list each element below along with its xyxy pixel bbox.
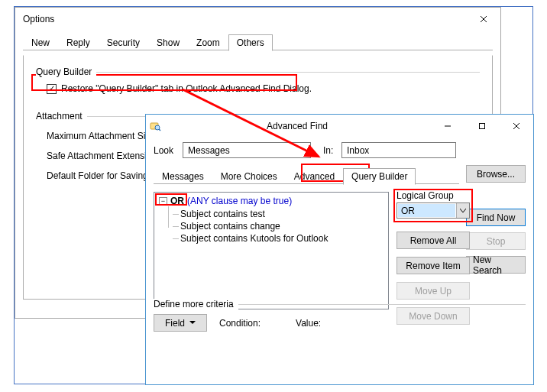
af-close-button[interactable] — [499, 115, 533, 138]
in-label: In: — [323, 145, 337, 156]
define-criteria: Define more criteria Field Condition: Va… — [154, 299, 526, 332]
af-tab-advanced[interactable]: Advanced — [286, 168, 343, 184]
remove-item-button[interactable]: Remove Item — [396, 257, 470, 274]
options-titlebar: Options — [15, 8, 500, 31]
restore-qb-checkbox-row[interactable]: Restore "Query Builder" tab in Outlook A… — [47, 83, 480, 94]
svg-line-2 — [159, 129, 160, 131]
field-button[interactable]: Field — [154, 314, 207, 332]
advanced-find-window: Advanced Find Look Messages In: Inbox — [145, 114, 534, 385]
query-builder-group-label: Query Builder — [36, 66, 96, 77]
af-titlebar: Advanced Find — [146, 115, 533, 138]
look-field[interactable]: Messages — [183, 142, 311, 158]
tree-item[interactable]: Subject contains change — [173, 220, 384, 232]
logical-group-label: Logical Group — [396, 190, 470, 201]
af-tab-messages[interactable]: Messages — [154, 168, 212, 184]
close-icon — [480, 15, 487, 23]
remove-all-button[interactable]: Remove All — [396, 232, 470, 249]
attachment-group-label: Attachment — [36, 111, 87, 121]
tab-zoom[interactable]: Zoom — [188, 34, 228, 50]
logical-group-value: OR — [398, 204, 455, 217]
tab-new[interactable]: New — [23, 34, 58, 50]
restore-qb-label: Restore "Query Builder" tab in Outlook A… — [61, 83, 312, 94]
in-value: Inbox — [347, 145, 369, 156]
af-tab-query-builder[interactable]: Query Builder — [343, 168, 416, 185]
field-button-label: Field — [165, 318, 185, 329]
svg-rect-3 — [479, 124, 484, 129]
look-label: Look — [154, 145, 178, 156]
tree-item[interactable]: Subject contains test — [173, 208, 384, 220]
options-title: Options — [23, 14, 466, 24]
tab-show[interactable]: Show — [148, 34, 188, 50]
af-minimize-button[interactable] — [430, 115, 464, 138]
value-label: Value: — [296, 318, 321, 329]
maximize-icon — [478, 122, 486, 130]
look-in-row: Look Messages In: Inbox — [154, 142, 526, 158]
minimize-icon — [444, 122, 452, 130]
query-builder-group: Query Builder — [36, 66, 480, 77]
options-tabs: New Reply Security Show Zoom Others — [23, 32, 493, 50]
af-maximize-button[interactable] — [464, 115, 499, 138]
af-title: Advanced Find — [164, 121, 430, 131]
tree-root-op: OR — [170, 196, 184, 206]
in-field[interactable]: Inbox — [341, 142, 456, 158]
search-app-icon — [149, 120, 161, 132]
look-value: Messages — [188, 145, 230, 156]
tab-reply[interactable]: Reply — [58, 34, 99, 50]
tab-others[interactable]: Others — [228, 34, 273, 51]
tree-item[interactable]: Subject contains Kutools for Outlook — [173, 232, 384, 245]
af-body: Look Messages In: Inbox Browse... Find N… — [146, 138, 533, 338]
clause-tree[interactable]: − OR (ANY clause may be true) Subject co… — [154, 192, 389, 309]
tree-children: Subject contains test Subject contains c… — [173, 208, 384, 245]
options-close-button[interactable] — [466, 8, 500, 31]
tree-collapse-icon[interactable]: − — [159, 197, 167, 206]
af-tabs: Messages More Choices Advanced Query Bui… — [154, 166, 459, 184]
define-criteria-label: Define more criteria — [154, 299, 238, 309]
af-app-icon — [146, 120, 164, 132]
logical-group-select[interactable]: OR — [396, 202, 470, 219]
restore-qb-checkbox[interactable] — [47, 84, 57, 94]
tree-root[interactable]: − OR (ANY clause may be true) — [159, 196, 384, 206]
condition-label: Condition: — [219, 318, 261, 329]
close-icon — [513, 122, 520, 130]
tab-security[interactable]: Security — [99, 34, 148, 50]
tree-root-hint: (ANY clause may be true) — [187, 196, 292, 206]
af-tab-more-choices[interactable]: More Choices — [212, 168, 286, 184]
logical-group-box: Logical Group OR — [396, 190, 470, 219]
chevron-down-icon — [456, 203, 469, 218]
browse-button[interactable]: Browse... — [466, 165, 526, 183]
chevron-down-icon — [189, 321, 196, 325]
move-up-button: Move Up — [396, 282, 470, 300]
